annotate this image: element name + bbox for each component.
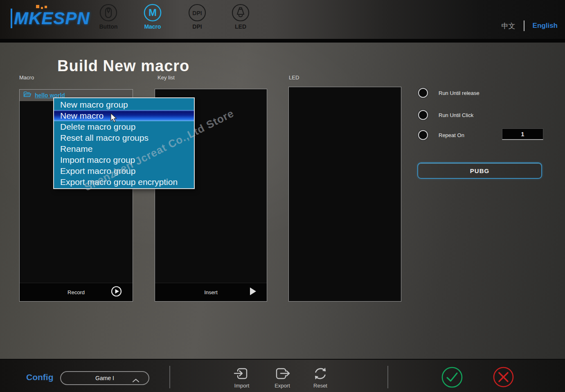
tab-dpi[interactable]: DPI DPI xyxy=(182,3,213,30)
dpi-icon: DPI xyxy=(182,3,213,22)
folder-icon xyxy=(23,91,32,99)
header-separator xyxy=(0,39,565,43)
header-bar: MKESPN Button M Macro xyxy=(0,0,565,39)
profile-pubg-button[interactable]: PUBG xyxy=(417,162,542,179)
menu-item-rename[interactable]: Rename xyxy=(54,143,194,154)
svg-text:M: M xyxy=(149,7,157,18)
option-run-until-click: Run Until Click xyxy=(418,110,473,120)
menu-item-new-macro[interactable]: New macro xyxy=(54,110,194,121)
import-icon xyxy=(226,365,257,382)
export-button[interactable]: Export xyxy=(267,365,298,389)
config-label: Config xyxy=(26,372,53,382)
language-divider xyxy=(524,20,524,31)
reset-label: Reset xyxy=(305,383,336,389)
macro-m-icon: M xyxy=(137,3,168,22)
import-label: Import xyxy=(226,383,257,389)
footer-bar: Config Game I Import xyxy=(0,359,565,392)
check-circle-icon xyxy=(441,383,464,390)
menu-item-new-macro-group[interactable]: New macro group xyxy=(54,99,194,110)
tab-dpi-label: DPI xyxy=(182,23,213,30)
led-lamp-icon xyxy=(225,3,256,22)
macro-panel-label: Macro xyxy=(19,74,34,81)
logo-pixel-dots-icon xyxy=(36,5,47,9)
menu-item-export-macro-group-encryption[interactable]: Export macro group encryption xyxy=(54,176,194,187)
main-area: Build New macro Macro Key list LED hello… xyxy=(0,43,565,359)
repeat-count-input[interactable] xyxy=(502,128,543,140)
led-panel xyxy=(288,87,401,302)
export-label: Export xyxy=(267,383,298,389)
language-chinese[interactable]: 中文 xyxy=(502,21,515,31)
led-panel-label: LED xyxy=(289,74,299,81)
tab-button[interactable]: Button xyxy=(93,3,124,30)
insert-button-label: Insert xyxy=(204,289,218,295)
menu-item-import-macro-group[interactable]: Import macro group xyxy=(54,154,194,165)
tab-led[interactable]: LED xyxy=(225,3,256,30)
record-button-label: Record xyxy=(68,289,85,295)
run-until-release-radio[interactable] xyxy=(418,88,428,98)
reset-icon xyxy=(305,365,336,382)
option-run-until-release: Run Until release xyxy=(418,88,479,98)
language-english[interactable]: English xyxy=(533,22,558,30)
record-button[interactable]: Record xyxy=(20,283,133,301)
tab-macro-label: Macro xyxy=(137,23,168,30)
x-circle-icon xyxy=(492,383,515,390)
export-icon xyxy=(267,365,298,382)
run-until-release-label: Run Until release xyxy=(439,90,479,96)
mouse-icon xyxy=(93,3,124,22)
menu-item-reset-all-macro-groups[interactable]: Reset all macro groups xyxy=(54,132,194,143)
confirm-button[interactable] xyxy=(441,366,464,390)
profile-select[interactable]: Game I xyxy=(60,371,149,385)
insert-button[interactable]: Insert xyxy=(155,283,267,301)
brand-logo-text: MKESPN xyxy=(11,9,90,28)
cancel-button[interactable] xyxy=(492,366,515,390)
option-repeat-on: Repeat On xyxy=(418,130,464,140)
svg-text:DPI: DPI xyxy=(192,10,202,16)
macro-context-menu: New macro group New macro Delete macro g… xyxy=(53,97,195,189)
tab-led-label: LED xyxy=(225,23,256,30)
footer-divider-left xyxy=(169,366,170,388)
reset-button[interactable]: Reset xyxy=(305,365,336,389)
menu-item-export-macro-group[interactable]: Export macro group xyxy=(54,165,194,176)
repeat-on-label: Repeat On xyxy=(439,132,464,138)
page-title: Build New macro xyxy=(57,57,189,75)
tab-macro[interactable]: M Macro xyxy=(137,3,168,30)
menu-item-delete-macro-group[interactable]: Delete macro group xyxy=(54,121,194,132)
repeat-on-radio[interactable] xyxy=(418,130,428,140)
footer-divider-right xyxy=(387,366,388,388)
chevron-up-icon xyxy=(132,377,140,384)
profile-select-value: Game I xyxy=(95,375,114,381)
play-triangle-icon xyxy=(250,288,256,297)
brand-logo: MKESPN xyxy=(11,7,88,30)
run-until-click-label: Run Until Click xyxy=(439,112,473,118)
run-until-click-radio[interactable] xyxy=(418,110,428,120)
tab-button-label: Button xyxy=(93,23,124,30)
language-switcher: 中文 English xyxy=(502,20,558,31)
app-window: MKESPN Button M Macro xyxy=(0,0,565,392)
import-button[interactable]: Import xyxy=(226,365,257,389)
play-circle-icon xyxy=(111,286,122,299)
led-display-area xyxy=(289,87,401,301)
key-list-panel-label: Key list xyxy=(158,74,175,81)
